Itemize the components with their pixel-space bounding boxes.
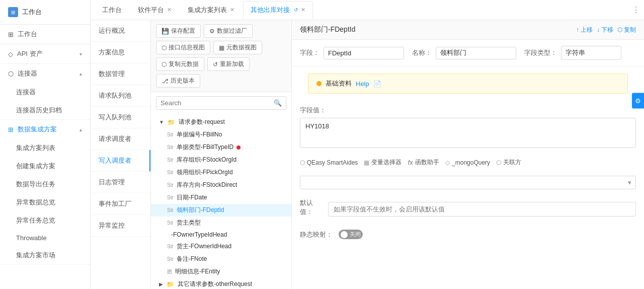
select-row: ▾	[292, 172, 644, 193]
tree-item-billno[interactable]: Str 单据编号-FBillNo	[151, 128, 291, 141]
history-button[interactable]: ⎇ 历史版本	[156, 74, 200, 88]
interface-icon: ⬡	[162, 44, 167, 51]
tab-other-close-icon[interactable]: ✕	[301, 7, 305, 13]
nav-item-write-scheduler[interactable]: 写入调度者	[91, 150, 150, 172]
api-icon: ◇	[8, 50, 13, 58]
tree-item-ownertype2[interactable]: -FOwnerTypeIdHead	[151, 229, 291, 240]
sidebar-item-integration[interactable]: ⊞ 数据集成方案 ▴	[0, 120, 90, 139]
nav-item-req-queue[interactable]: 请求队列池	[91, 85, 150, 107]
func-helper-tool[interactable]: fx 函数助手	[408, 158, 439, 167]
tree-item-stockorg[interactable]: Str 库存组织-FStockOrgId	[151, 154, 291, 166]
relation-icon: ⬡	[496, 159, 501, 166]
settings-button[interactable]: ⚙	[632, 93, 644, 109]
sidebar-sub-market[interactable]: 集成方案市场	[0, 246, 90, 264]
tree-item-date[interactable]: Str 日期-FDate	[151, 191, 291, 204]
mongo-label: _mongoQuery	[452, 159, 490, 166]
reload-button[interactable]: ↺ 重新加载	[207, 57, 250, 71]
nav-item-data-mgmt[interactable]: 数据管理	[91, 63, 150, 85]
meta-view-button[interactable]: ▦ 元数据视图	[213, 41, 262, 54]
search-icon[interactable]: 🔍	[270, 97, 286, 109]
field-row: 字段： 名称： 字段类型： 字符串	[292, 40, 644, 66]
sidebar-sub-create-plan[interactable]: 创建集成方案	[0, 157, 90, 175]
move-up-button[interactable]: ↑ 上移	[576, 26, 593, 34]
search-input[interactable]	[156, 97, 270, 109]
tree-expand-icon: ▼	[159, 119, 164, 125]
sidebar-connector-label: 连接器	[18, 69, 37, 78]
sidebar-logo-label: 工作台	[22, 8, 42, 17]
type-value: 字符串	[561, 46, 621, 60]
nav-item-req-scheduler[interactable]: 请求调度者	[91, 128, 150, 150]
move-down-button[interactable]: ↓ 下移	[597, 26, 613, 34]
mongo-tool[interactable]: ◇ _mongoQuery	[445, 159, 490, 166]
sidebar-item-api[interactable]: ◇ API 资产 ▾	[0, 44, 90, 63]
sidebar-item-connector[interactable]: ⬡ 连接器 ▴	[0, 64, 90, 83]
field-input[interactable]	[324, 47, 404, 59]
sidebar-sub-integration-list[interactable]: 集成方案列表	[0, 139, 90, 157]
nav-item-anomaly-monitor[interactable]: 异常监控	[91, 215, 150, 237]
sidebar-sub-export-task[interactable]: 数据导出任务	[0, 175, 90, 193]
field-value-box[interactable]: HY1018	[300, 118, 636, 148]
interface-view-button[interactable]: ⬡ 接口信息视图	[156, 41, 210, 54]
copy-button[interactable]: ⬡ 复制	[617, 26, 636, 34]
relation-tool[interactable]: ⬡ 关联方	[496, 158, 521, 167]
sidebar-sub-connector-history[interactable]: 连接器历史归档	[0, 101, 90, 119]
tree-item-fentity[interactable]: 囲 明细信息-FEntity	[151, 265, 291, 278]
integration-icon: ⊞	[8, 126, 14, 133]
nav-item-write-queue[interactable]: 写入队列池	[91, 107, 150, 128]
type-table-badge: 囲	[167, 268, 172, 275]
desc-help-link[interactable]: Help	[356, 80, 369, 88]
sidebar-sub-connector[interactable]: 连接器	[0, 83, 90, 101]
tree-item-label: 请求参数-request	[179, 118, 225, 126]
tree-item-req-params[interactable]: ▼ 📁 请求参数-request	[151, 116, 291, 128]
tab-other-label: 其他出库对接	[251, 6, 290, 15]
data-filter-button[interactable]: ⚙ 数据过滤厂	[204, 24, 253, 38]
type-str-badge: Str	[167, 244, 174, 249]
tab-list-close-icon[interactable]: ✕	[230, 7, 234, 13]
interface-view-label: 接口信息视图	[169, 43, 205, 52]
sidebar-sub-anomaly-task[interactable]: 异常任务总览	[0, 211, 90, 230]
tab-software-close-icon[interactable]: ✕	[167, 7, 172, 13]
tree-item-pickorg[interactable]: Str 领用组织-FPickOrgId	[151, 166, 291, 179]
var-picker-label: 变量选择器	[371, 158, 401, 167]
nav-item-plan-info[interactable]: 方案信息	[91, 42, 150, 63]
static-row: 静态映射： 关闭	[292, 225, 644, 244]
tree-item-billtype[interactable]: Str 单据类型-FBillTypeID	[151, 141, 291, 154]
nav-item-log-mgmt[interactable]: 日志管理	[91, 172, 150, 193]
reload-icon: ↺	[213, 61, 218, 68]
tree-item-ownertype[interactable]: Str 货主类型	[151, 216, 291, 229]
qeasy-tool[interactable]: ⬡ QEasy SmartAides	[300, 159, 358, 166]
middle-panel: 💾 保存配置 ⚙ 数据过滤厂 ⬡ 接口信息视图 ▦ 元数据视图 ⬡ 复制元	[151, 20, 292, 289]
sidebar-sub-throwable[interactable]: Throwable	[0, 230, 90, 246]
tab-software[interactable]: 软件平台 ✕	[130, 1, 179, 19]
default-input[interactable]	[328, 202, 636, 216]
value-section: 字段值： HY1018	[292, 101, 644, 153]
var-picker-tool[interactable]: ▦ 变量选择器	[364, 158, 401, 167]
tree-item-note[interactable]: Str 备注-FNote	[151, 253, 291, 265]
sidebar-item-workbench[interactable]: ⊞ 工作台	[0, 25, 90, 44]
select-container[interactable]: ▾	[300, 176, 636, 189]
tree-item-dept[interactable]: Str 领料部门-FDeptId	[151, 204, 291, 216]
tree-billtype-label: 单据类型-FBillTypeID	[177, 143, 233, 152]
save-config-button[interactable]: 💾 保存配置	[156, 24, 201, 38]
history-label: 历史版本	[171, 77, 195, 85]
tree-item-otherreq[interactable]: ▶ 📁 其它请求参数-otherRequest	[151, 278, 291, 289]
tab-workbench[interactable]: 工作台	[95, 1, 129, 19]
copy-meta-button[interactable]: ⬡ 复制元数据	[156, 57, 204, 71]
tree-item-stockdir[interactable]: Str 库存方向-FStockDirect	[151, 179, 291, 191]
nav-item-event-factory[interactable]: 事件加工厂	[91, 193, 150, 215]
type-str-badge: Str	[167, 207, 174, 213]
desc-text: 基础资料	[326, 79, 352, 88]
tree-item-owner[interactable]: Str 货主-FOwnerIdHead	[151, 240, 291, 253]
tab-more-button[interactable]: ⋮	[632, 5, 640, 15]
tab-list[interactable]: 集成方案列表 ✕	[180, 1, 242, 19]
sidebar-sub-anomaly-data[interactable]: 异常数据总览	[0, 193, 90, 211]
up-icon: ↑	[576, 26, 579, 33]
type-str-badge: Str	[167, 170, 174, 175]
nav-item-overview[interactable]: 运行概况	[91, 20, 150, 42]
tree-owner-label: 货主-FOwnerIdHead	[177, 242, 231, 251]
tab-other[interactable]: 其他出库对接 ↺ ✕	[243, 1, 313, 19]
name-input[interactable]	[436, 47, 516, 59]
filter-icon: ⚙	[209, 28, 215, 35]
type-str-badge: Str	[167, 256, 174, 262]
static-toggle[interactable]: 关闭	[339, 230, 363, 239]
